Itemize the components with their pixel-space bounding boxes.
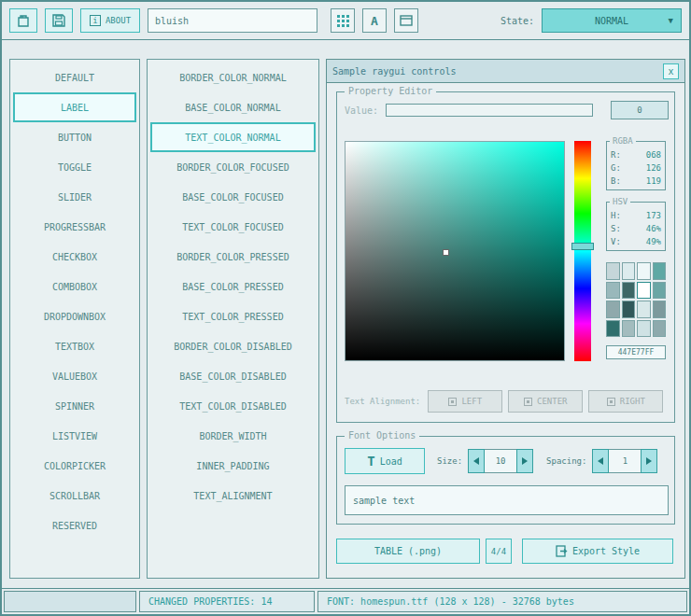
about-button[interactable]: i ABOUT [80,8,140,33]
hsv-val-row: V: 49% [611,235,661,248]
property-item-selected[interactable]: TEXT_COLOR_NORMAL [150,122,316,152]
property-item[interactable]: TEXT_COLOR_FOCUSED [150,212,316,242]
font-atlas-button[interactable]: A [362,8,387,33]
close-icon: x [668,66,673,77]
control-item[interactable]: PROGRESSBAR [13,212,136,242]
control-item[interactable]: LISTVIEW [13,421,136,451]
control-item[interactable]: SCROLLBAR [13,481,136,511]
palette-swatch[interactable] [606,301,620,318]
hue-slider[interactable] [574,141,591,361]
controls-list: DEFAULT LABEL BUTTON TOGGLE SLIDER PROGR… [9,59,140,579]
palette-swatch[interactable] [622,301,636,318]
align-left-label: LEFT [461,397,482,406]
property-item[interactable]: BORDER_WIDTH [150,421,316,451]
new-style-button[interactable] [9,8,37,33]
palette-swatch[interactable] [637,320,651,338]
palette-swatch[interactable] [606,282,620,300]
control-item[interactable]: TOGGLE [13,152,136,182]
property-item[interactable]: BASE_COLOR_FOCUSED [150,182,316,212]
table-format-button[interactable]: TABLE (.png) [336,539,480,564]
font-info-text: FONT: homespun.ttf (128 x 128) - 32768 b… [327,596,574,607]
sample-text-input[interactable]: sample text [345,485,669,515]
export-style-label: Export Style [572,546,640,556]
property-item[interactable]: INNER_PADDING [150,451,316,481]
palette-swatch[interactable] [653,320,667,338]
property-item[interactable]: BORDER_COLOR_PRESSED [150,242,316,272]
statusbar: CHANGED PROPERTIES: 14 FONT: homespun.tt… [2,588,689,614]
property-item[interactable]: BASE_COLOR_PRESSED [150,272,316,301]
left-arrow-icon [473,457,479,465]
hsv-sat-row: S: 46% [611,222,661,235]
align-left-button[interactable]: LEFT [428,390,502,413]
palette-swatch[interactable] [622,320,636,338]
control-item[interactable]: COMBOBOX [13,272,136,301]
property-item[interactable]: TEXT_ALIGNMENT [150,481,316,511]
sample-window-titlebar[interactable]: Sample raygui controls x [327,60,684,83]
property-item[interactable]: TEXT_COLOR_DISABLED [150,391,316,421]
palette-swatch[interactable] [653,282,667,300]
value-display-button[interactable]: 0 [611,101,669,119]
palette-swatch[interactable] [653,262,667,280]
font-spacing-spinner: 1 [592,449,657,473]
control-item[interactable]: VALUEBOX [13,361,136,391]
property-item[interactable]: BASE_COLOR_DISABLED [150,361,316,391]
sample-window-body: Property Editor Value: 0 RGBA R [327,83,684,578]
hue-slider-handle[interactable] [571,243,594,250]
about-button-label: ABOUT [106,16,131,25]
palette-grid-button[interactable] [331,8,355,33]
control-item[interactable]: DROPDOWNBOX [13,301,136,331]
control-item-selected[interactable]: LABEL [13,92,136,122]
palette-swatch[interactable] [637,262,651,280]
palette-swatch[interactable] [622,282,636,300]
palette-swatch-selected[interactable] [637,282,651,300]
property-item[interactable]: BORDER_COLOR_FOCUSED [150,152,316,182]
value-slider[interactable] [386,104,593,117]
rgba-panel: RGBA R: 068 G: 126 B: 119 [606,141,666,190]
spacing-decrease-button[interactable] [592,449,609,473]
control-item[interactable]: SLIDER [13,182,136,212]
control-item[interactable]: TEXTBOX [13,331,136,361]
font-spacing-value[interactable]: 1 [609,449,641,473]
palette-swatch[interactable] [606,262,620,280]
window-view-button[interactable] [394,8,418,33]
pages-label: 4/4 [491,547,506,556]
color-saturation-panel[interactable] [345,141,565,361]
hex-color-input[interactable]: 447E77FF [606,345,666,359]
size-decrease-button[interactable] [468,449,485,473]
hsv-sat-value: 46% [646,222,661,235]
state-dropdown[interactable]: NORMAL ▼ [542,8,682,33]
align-right-button[interactable]: RIGHT [588,390,663,413]
close-window-button[interactable]: x [663,63,679,79]
control-item[interactable]: RESERVED [13,511,136,540]
rgba-blue-label: B: [611,175,621,188]
changed-properties-text: CHANGED PROPERTIES: 14 [148,596,272,607]
export-style-button[interactable]: Export Style [522,539,673,564]
spacing-increase-button[interactable] [641,449,657,473]
control-item[interactable]: SPINNER [13,391,136,421]
font-options-group: Font Options T Load Size: 10 [336,436,675,525]
control-item[interactable]: COLORPICKER [13,451,136,481]
palette-swatch[interactable] [653,301,667,318]
palette-swatch[interactable] [622,262,636,280]
font-size-value[interactable]: 10 [485,449,516,473]
load-font-button[interactable]: T Load [345,448,425,474]
property-item[interactable]: TEXT_COLOR_PRESSED [150,301,316,331]
font-spacing-label: Spacing: [546,456,586,466]
color-picker-cursor[interactable] [443,249,449,256]
right-arrow-icon [646,457,652,465]
property-item[interactable]: BORDER_COLOR_NORMAL [150,63,316,92]
control-item[interactable]: BUTTON [13,122,136,152]
control-item[interactable]: CHECKBOX [13,242,136,272]
align-center-button[interactable]: CENTER [508,390,583,413]
size-increase-button[interactable] [516,449,533,473]
palette-swatch[interactable] [606,320,620,338]
control-item[interactable]: DEFAULT [13,63,136,92]
pages-button[interactable]: 4/4 [486,539,512,564]
property-item[interactable]: BORDER_COLOR_DISABLED [150,331,316,361]
style-name-input[interactable] [148,8,317,33]
property-item[interactable]: BASE_COLOR_NORMAL [150,92,316,122]
hsv-hue-label: H: [611,209,621,222]
palette-swatch[interactable] [637,301,651,318]
save-style-button[interactable] [45,8,73,33]
rgba-red-value: 068 [646,148,661,161]
